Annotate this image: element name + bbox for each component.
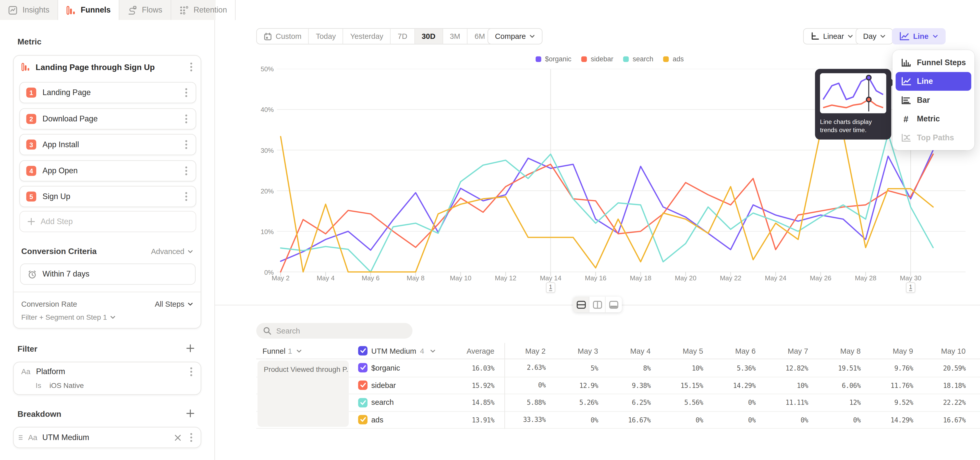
menu-item-funnel-steps[interactable]: Funnel Steps (896, 53, 971, 72)
range-3m[interactable]: 3M (443, 29, 468, 44)
legend-swatch (581, 56, 587, 62)
filter-card: Aa Platform Is iOS Native (13, 362, 201, 395)
conversion-rate-dropdown[interactable]: All Steps (155, 300, 193, 308)
series-checkbox[interactable] (358, 398, 368, 407)
value-cell: 9.52% (867, 399, 920, 406)
series-checkbox[interactable] (358, 415, 368, 425)
date-column-header: May 4 (605, 347, 657, 355)
range-7d[interactable]: 7D (391, 29, 415, 44)
breakdown-card[interactable]: Aa UTM Medium (13, 427, 201, 448)
table-row[interactable]: sidebar15.92%0%12.9%9.38%15.15%14.29%10%… (256, 377, 980, 394)
chevron-down-icon (880, 35, 886, 38)
funnel-step-5[interactable]: 5Sign Up (19, 186, 196, 207)
close-icon[interactable] (172, 434, 183, 441)
x-tick-label: May 16 (585, 274, 606, 282)
menu-item-label: Line (917, 77, 933, 86)
kebab-icon[interactable] (183, 88, 189, 97)
value-cell: 10% (762, 382, 815, 389)
linear-axis-icon (811, 32, 819, 41)
range-yesterday[interactable]: Yesterday (343, 29, 391, 44)
value-cell: 0% (657, 416, 710, 423)
granularity-dropdown[interactable]: Day (856, 28, 894, 45)
add-step-button[interactable]: Add Step (19, 211, 196, 232)
annotation-badge[interactable]: 1 (906, 282, 915, 293)
filter-condition[interactable]: Is iOS Native (36, 382, 84, 389)
layout-bottom-panel-button[interactable] (606, 297, 622, 312)
funnel-group-cell[interactable]: Product Viewed through P... (258, 361, 349, 427)
tab-flows[interactable]: Flows (119, 0, 171, 20)
layout-split-rows-button[interactable] (573, 297, 590, 312)
kebab-icon[interactable] (183, 166, 189, 176)
menu-item-bar[interactable]: Bar (896, 91, 971, 109)
range-custom[interactable]: Custom (257, 29, 309, 44)
value-cell: 20.59% (919, 364, 972, 372)
filter-operator: Is (36, 382, 41, 389)
funnel-header-count: 1 (288, 347, 292, 355)
drag-handle-icon[interactable] (18, 434, 23, 441)
tab-label: Retention (193, 6, 227, 14)
table-row[interactable]: search14.85%5.88%5.26%6.25%5.56%0%11.11%… (256, 394, 980, 410)
kebab-icon[interactable] (183, 113, 189, 123)
funnel-step-3[interactable]: 3App Install (19, 134, 196, 155)
x-tick-label: May 10 (450, 274, 471, 282)
table-row[interactable]: ads13.91%33.33%0%16.67%0%0%0%0%14.29%16.… (256, 411, 980, 428)
tooltip-text: Line charts display trends over time. (820, 118, 886, 134)
granularity-label: Day (863, 32, 877, 41)
string-type-icon: Aa (28, 433, 37, 442)
value-cell: 0% (815, 416, 867, 423)
range-30d[interactable]: 30D (415, 29, 443, 44)
chevron-down-icon (110, 315, 116, 319)
annotation-badge[interactable]: 1 (546, 282, 555, 293)
legend-item[interactable]: sidebar (581, 55, 613, 62)
add-filter-button[interactable] (186, 344, 194, 352)
select-all-checkbox[interactable] (358, 346, 368, 356)
kebab-icon[interactable] (188, 433, 194, 442)
chart-type-dropdown[interactable]: Line (892, 28, 945, 45)
average-value: 14.85% (423, 399, 504, 406)
x-tick-label: May 6 (362, 274, 380, 282)
value-cell: 9.76% (867, 364, 920, 372)
filter-segment-dropdown[interactable]: Filter + Segment on Step 1 (21, 313, 116, 321)
legend-item[interactable]: search (623, 55, 653, 62)
advanced-dropdown[interactable]: Advanced (151, 247, 193, 256)
layout-split-columns-button[interactable] (589, 297, 606, 312)
conversion-rate-label: Conversion Rate (21, 300, 155, 308)
funnel-column-header[interactable]: Funnel 1 (256, 347, 349, 355)
tab-insights[interactable]: Insights (0, 0, 58, 20)
kebab-icon[interactable] (183, 139, 189, 150)
legend-item[interactable]: ads (663, 55, 684, 62)
x-tick-label: May 24 (765, 274, 786, 282)
value-cell: 11.76% (867, 382, 920, 389)
funnel-step-2[interactable]: 2Download Page (19, 108, 196, 129)
add-breakdown-button[interactable] (186, 409, 194, 418)
series-checkbox[interactable] (358, 381, 368, 390)
kebab-icon[interactable] (188, 367, 194, 377)
date-column-headers: May 2May 3May 4May 5May 6May 7May 8May 9… (504, 343, 980, 359)
kebab-icon[interactable] (183, 192, 189, 201)
range-today[interactable]: Today (309, 29, 344, 44)
chevron-down-icon (297, 349, 302, 353)
menu-item-line[interactable]: Line (896, 72, 971, 91)
series-checkbox[interactable] (358, 363, 368, 372)
x-tick-label: May 30 (900, 274, 921, 282)
scale-label: Linear (823, 32, 844, 41)
series-cell: ads (349, 415, 423, 425)
tab-retention[interactable]: Retention (171, 0, 236, 20)
table-row[interactable]: $organic16.03%2.63%5%8%10%5.36%12.82%19.… (256, 359, 980, 377)
funnel-step-1[interactable]: 1Landing Page (19, 82, 196, 103)
value-cell: 8% (605, 364, 657, 372)
filter-property-row[interactable]: Aa Platform (21, 367, 194, 377)
breakdown-heading: Breakdown (18, 409, 62, 419)
search-input[interactable] (276, 326, 406, 335)
menu-item-label: Top Paths (917, 133, 954, 142)
menu-item-metric[interactable]: # Metric (896, 110, 971, 128)
legend-item[interactable]: $organic (536, 55, 571, 62)
value-cell: 19.51% (815, 364, 867, 372)
conversion-window[interactable]: Within 7 days (20, 264, 196, 285)
compare-button[interactable]: Compare (487, 28, 542, 45)
breakdown-column-header[interactable]: UTM Medium 4 (349, 346, 423, 356)
tab-funnels[interactable]: Funnels (58, 0, 119, 20)
value-cell: 16.67% (605, 416, 657, 423)
funnel-step-4[interactable]: 4App Open (19, 160, 196, 181)
scale-dropdown[interactable]: Linear (803, 28, 861, 45)
